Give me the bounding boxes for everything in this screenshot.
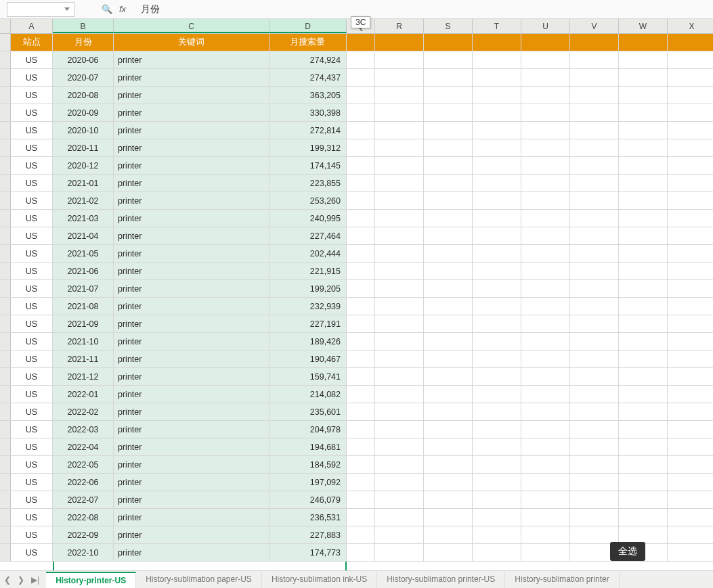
cell-volume[interactable]: 174,773	[269, 544, 347, 561]
cell[interactable]	[668, 544, 713, 561]
cell[interactable]	[619, 263, 668, 279]
cell[interactable]	[347, 139, 375, 156]
cell[interactable]	[668, 333, 713, 350]
cell[interactable]	[521, 333, 570, 350]
cell[interactable]	[619, 333, 668, 350]
cell-volume[interactable]: 227,883	[269, 526, 347, 543]
cell[interactable]	[375, 280, 424, 297]
cell-volume[interactable]: 227,191	[269, 315, 347, 332]
cell-keyword[interactable]: printer	[114, 280, 269, 297]
cell-site[interactable]: US	[11, 245, 53, 262]
cell[interactable]	[347, 34, 375, 51]
cell[interactable]	[521, 315, 570, 332]
cell[interactable]	[375, 298, 424, 315]
cell-month[interactable]: 2020-09	[53, 104, 114, 121]
cell[interactable]	[347, 192, 375, 209]
cell[interactable]	[347, 315, 375, 332]
cell[interactable]	[668, 69, 713, 86]
col-header-S[interactable]: S	[424, 19, 473, 33]
cell[interactable]	[473, 175, 521, 191]
cell[interactable]	[424, 315, 473, 332]
cell[interactable]	[570, 34, 619, 51]
cell[interactable]	[619, 491, 668, 508]
cell-month[interactable]: 2022-06	[53, 474, 114, 491]
cell-site[interactable]: US	[11, 298, 53, 315]
col-header-B[interactable]: B	[53, 19, 114, 33]
cell[interactable]	[375, 104, 424, 121]
cell[interactable]	[619, 245, 668, 262]
cell[interactable]	[347, 509, 375, 526]
cell[interactable]	[375, 263, 424, 279]
cell-volume[interactable]: 274,924	[269, 51, 347, 68]
cell[interactable]	[668, 139, 713, 156]
cell-keyword[interactable]: printer	[114, 157, 269, 174]
col-header-D[interactable]: D	[269, 19, 347, 33]
row-header[interactable]	[0, 34, 11, 51]
cell-site[interactable]: US	[11, 210, 53, 227]
cell[interactable]	[619, 315, 668, 332]
cell[interactable]	[473, 157, 521, 174]
cell[interactable]	[570, 104, 619, 121]
cell[interactable]	[424, 456, 473, 473]
cell[interactable]	[570, 491, 619, 508]
cell[interactable]	[347, 122, 375, 139]
row-header[interactable]	[0, 104, 11, 121]
cell[interactable]	[347, 386, 375, 403]
cell[interactable]	[473, 456, 521, 473]
cell[interactable]	[668, 210, 713, 227]
cell-keyword[interactable]: printer	[114, 350, 269, 367]
cell-volume[interactable]: 221,915	[269, 263, 347, 279]
cell-site[interactable]: US	[11, 69, 53, 86]
cell-month[interactable]: 2022-07	[53, 491, 114, 508]
cell[interactable]	[375, 333, 424, 350]
cell[interactable]	[668, 386, 713, 403]
cell-month[interactable]: 2021-04	[53, 227, 114, 244]
cell[interactable]	[570, 298, 619, 315]
cell[interactable]	[347, 280, 375, 297]
cell[interactable]	[375, 227, 424, 244]
cell-site[interactable]: US	[11, 456, 53, 473]
cell-month[interactable]: 2021-02	[53, 192, 114, 209]
cell-volume[interactable]: 363,205	[269, 87, 347, 104]
row-header[interactable]	[0, 122, 11, 139]
cell[interactable]	[619, 438, 668, 455]
col-header-C[interactable]: C	[114, 19, 269, 33]
cell[interactable]	[570, 509, 619, 526]
col-header-W[interactable]: W	[619, 19, 668, 33]
cell-keyword[interactable]: printer	[114, 175, 269, 191]
cell[interactable]	[668, 263, 713, 279]
cell[interactable]	[570, 438, 619, 455]
cell-keyword[interactable]: printer	[114, 192, 269, 209]
cell[interactable]	[619, 474, 668, 491]
cell-keyword[interactable]: printer	[114, 438, 269, 455]
cell-site[interactable]: US	[11, 526, 53, 543]
cell[interactable]	[668, 491, 713, 508]
row-header[interactable]	[0, 87, 11, 104]
cell[interactable]	[521, 350, 570, 367]
cell-site[interactable]: US	[11, 157, 53, 174]
cell-volume[interactable]: 246,079	[269, 491, 347, 508]
cell-month[interactable]: 2021-12	[53, 368, 114, 385]
cell-keyword[interactable]: printer	[114, 474, 269, 491]
cell[interactable]	[619, 175, 668, 191]
cell[interactable]	[424, 403, 473, 420]
zoom-icon[interactable]: 🔍	[102, 4, 112, 14]
cell-volume[interactable]: 253,260	[269, 192, 347, 209]
cell[interactable]	[347, 456, 375, 473]
cell-keyword[interactable]: printer	[114, 403, 269, 420]
row-header[interactable]	[0, 438, 11, 455]
cell[interactable]	[375, 438, 424, 455]
cell[interactable]	[347, 526, 375, 543]
cell-volume[interactable]: 214,082	[269, 386, 347, 403]
cell[interactable]	[473, 245, 521, 262]
cell[interactable]	[473, 474, 521, 491]
cell[interactable]	[619, 139, 668, 156]
cell[interactable]	[521, 403, 570, 420]
col-header-T[interactable]: T	[473, 19, 521, 33]
cell[interactable]	[375, 526, 424, 543]
row-header[interactable]	[0, 403, 11, 420]
cell-month[interactable]: 2021-01	[53, 175, 114, 191]
cell[interactable]	[473, 333, 521, 350]
cell[interactable]	[619, 227, 668, 244]
cell-volume[interactable]: 240,995	[269, 210, 347, 227]
